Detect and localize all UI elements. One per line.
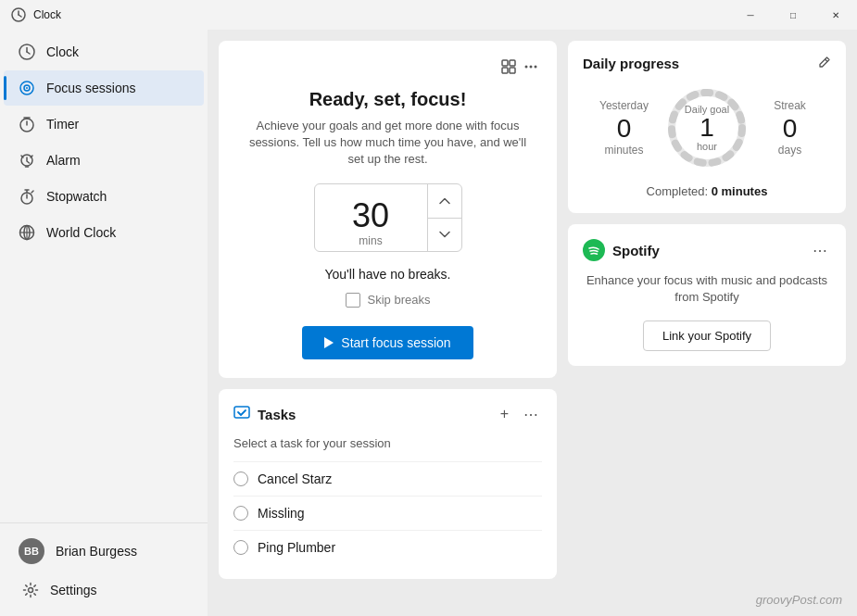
task-name-0: Cancel Starz xyxy=(258,471,332,486)
settings-item[interactable]: Settings xyxy=(7,572,200,608)
skip-breaks-checkbox[interactable] xyxy=(346,293,360,308)
focus-card-header xyxy=(237,59,538,78)
svg-rect-31 xyxy=(234,407,249,418)
svg-line-18 xyxy=(32,191,33,193)
close-button[interactable]: ✕ xyxy=(814,0,857,30)
svg-point-29 xyxy=(530,66,533,69)
time-value: 30 xyxy=(315,199,427,233)
goal-circle-value: 1 xyxy=(685,115,729,141)
user-profile[interactable]: BB Brian Burgess xyxy=(4,531,204,572)
task-radio-1[interactable] xyxy=(233,506,248,521)
sidebar-label-clock: Clock xyxy=(46,44,79,59)
svg-rect-24 xyxy=(502,60,508,66)
spotify-header: Spotify ⋯ xyxy=(583,239,831,261)
progress-stats: Yesterday 0 minutes Daily goal 1 hour xyxy=(583,86,831,170)
sidebar-label-timer: Timer xyxy=(46,117,79,132)
play-icon xyxy=(324,337,334,348)
time-controls xyxy=(427,184,461,251)
titlebar-title: Clock xyxy=(33,8,61,21)
spotify-card: Spotify ⋯ Enhance your focus with music … xyxy=(568,224,846,366)
svg-line-32 xyxy=(825,59,828,62)
time-increment-button[interactable] xyxy=(428,184,461,218)
time-decrement-button[interactable] xyxy=(428,218,461,251)
svg-line-2 xyxy=(19,15,21,17)
time-display: 30 mins xyxy=(315,184,427,251)
multiwindow-icon[interactable] xyxy=(501,59,516,78)
sidebar-item-clock[interactable]: Clock xyxy=(4,34,204,69)
spotify-name: Spotify xyxy=(612,243,801,258)
time-unit: mins xyxy=(315,234,427,247)
progress-header: Daily progress xyxy=(583,56,831,71)
right-panel: Daily progress Yesterday 0 minutes xyxy=(568,41,846,605)
focus-more-icon[interactable] xyxy=(523,59,538,78)
svg-point-23 xyxy=(29,588,33,593)
timer-icon xyxy=(19,116,35,132)
user-name: Brian Burgess xyxy=(56,544,137,559)
task-item-0[interactable]: Cancel Starz xyxy=(233,461,542,496)
tasks-subtitle: Select a task for your session xyxy=(233,436,542,450)
sidebar-item-timer[interactable]: Timer xyxy=(4,107,204,142)
task-radio-2[interactable] xyxy=(233,540,248,555)
tasks-more-button[interactable]: ⋯ xyxy=(520,404,542,425)
svg-rect-25 xyxy=(510,60,515,66)
watermark: groovyPost.com xyxy=(756,593,842,607)
svg-rect-27 xyxy=(510,68,515,73)
streak-unit: days xyxy=(749,144,831,157)
tasks-title: Tasks xyxy=(258,407,489,422)
sidebar-item-stopwatch[interactable]: Stopwatch xyxy=(4,179,204,214)
sidebar-item-focus-sessions[interactable]: Focus sessions xyxy=(4,70,204,106)
sidebar-label-world-clock: World Clock xyxy=(46,225,116,240)
completed-label: Completed: xyxy=(647,184,708,198)
yesterday-unit: minutes xyxy=(583,144,665,157)
streak-label: Streak xyxy=(749,99,831,112)
alarm-icon xyxy=(19,152,35,169)
completed-text: Completed: 0 minutes xyxy=(583,184,831,198)
yesterday-label: Yesterday xyxy=(583,99,665,112)
tasks-check-icon xyxy=(233,404,250,424)
svg-point-30 xyxy=(535,66,537,69)
task-name-2: Ping Plumber xyxy=(258,540,335,555)
focus-description: Achieve your goals and get more done wit… xyxy=(249,118,527,169)
svg-point-28 xyxy=(525,66,528,69)
start-focus-button[interactable]: Start focus session xyxy=(302,326,473,359)
sidebar-label-focus: Focus sessions xyxy=(46,81,135,95)
link-spotify-button[interactable]: Link your Spotify xyxy=(643,321,771,351)
yesterday-value: 0 xyxy=(583,116,665,142)
spotify-description: Enhance your focus with music and podcas… xyxy=(583,272,831,306)
clock-icon xyxy=(19,44,35,60)
spotify-more-button[interactable]: ⋯ xyxy=(809,240,831,261)
add-task-button[interactable]: + xyxy=(497,404,512,424)
skip-breaks-container: Skip breaks xyxy=(346,293,431,308)
focus-title: Ready, set, focus! xyxy=(309,89,467,110)
focus-icon xyxy=(19,80,35,96)
edit-icon[interactable] xyxy=(818,56,831,71)
spotify-icon xyxy=(583,239,605,261)
streak-value: 0 xyxy=(749,116,831,142)
sidebar-item-alarm[interactable]: Alarm xyxy=(4,143,204,178)
start-focus-label: Start focus session xyxy=(341,335,450,350)
tasks-actions: + ⋯ xyxy=(497,404,542,425)
goal-circle-content: Daily goal 1 hour xyxy=(685,104,729,152)
focus-card: Ready, set, focus! Achieve your goals an… xyxy=(219,41,557,378)
skip-breaks-label: Skip breaks xyxy=(368,293,431,307)
goal-circle: Daily goal 1 hour xyxy=(665,86,749,170)
task-radio-0[interactable] xyxy=(233,471,248,486)
avatar: BB xyxy=(19,538,44,564)
sidebar-bottom: BB Brian Burgess Settings xyxy=(0,522,208,616)
task-item-1[interactable]: Missling xyxy=(233,496,542,530)
yesterday-stat: Yesterday 0 minutes xyxy=(583,99,665,157)
world-clock-icon xyxy=(19,224,35,241)
tasks-header: Tasks + ⋯ xyxy=(233,404,542,425)
sidebar-label-stopwatch: Stopwatch xyxy=(46,189,107,204)
titlebar-left: Clock xyxy=(11,7,61,22)
app-container: Clock Focus sessions xyxy=(0,30,857,616)
completed-value: 0 minutes xyxy=(712,184,768,198)
task-item-2[interactable]: Ping Plumber xyxy=(233,530,542,564)
titlebar: Clock ─ □ ✕ xyxy=(0,0,857,30)
left-panel: Ready, set, focus! Achieve your goals an… xyxy=(219,41,557,605)
svg-line-5 xyxy=(27,52,30,54)
minimize-button[interactable]: ─ xyxy=(729,0,772,30)
sidebar-item-world-clock[interactable]: World Clock xyxy=(4,215,204,250)
settings-icon xyxy=(22,582,39,598)
maximize-button[interactable]: □ xyxy=(772,0,814,30)
